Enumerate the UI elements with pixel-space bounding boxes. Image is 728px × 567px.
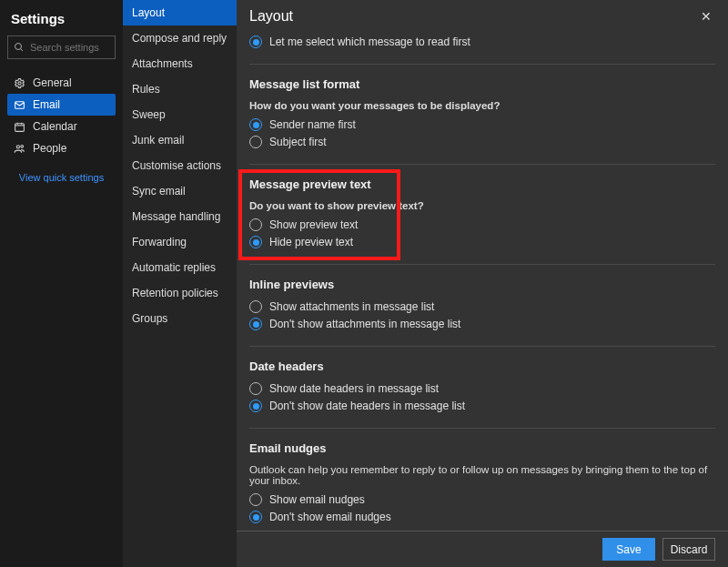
settings-app: Settings General Email [0, 0, 728, 567]
option-label: Hide preview text [269, 236, 353, 248]
section-message-list-format: Message list format How do you want your… [249, 64, 715, 164]
svg-point-2 [17, 81, 20, 84]
option-show-nudges[interactable]: Show email nudges [249, 493, 715, 506]
option-label: Show preview text [269, 218, 358, 231]
layout-settings-panel: Layout ✕ Let me select which message to … [237, 0, 728, 567]
settings-sidebar: Settings General Email [0, 0, 123, 567]
option-sender-first[interactable]: Sender name first [249, 118, 715, 131]
option-label: Don't show date headers in message list [269, 400, 465, 412]
subnav-auto-replies[interactable]: Automatic replies [123, 255, 237, 280]
subnav-customise[interactable]: Customise actions [123, 153, 237, 178]
option-show-preview[interactable]: Show preview text [249, 218, 715, 231]
radio-icon [249, 318, 262, 330]
option-subject-first[interactable]: Subject first [249, 136, 715, 148]
radio-icon [249, 35, 262, 48]
radio-icon [249, 382, 262, 395]
section-title: Message preview text [249, 177, 715, 191]
section-title: Inline previews [249, 278, 715, 291]
subnav-attachments[interactable]: Attachments [123, 51, 237, 76]
close-icon: ✕ [701, 9, 712, 24]
option-dont-show-attachments[interactable]: Don't show attachments in message list [249, 318, 715, 330]
nav-calendar[interactable]: Calendar [7, 116, 116, 137]
panel-header: Layout ✕ [237, 0, 728, 29]
nav-label: General [33, 76, 72, 89]
email-subnav: Layout Compose and reply Attachments Rul… [123, 0, 237, 567]
section-question: Outlook can help you remember to reply t… [249, 464, 715, 486]
panel-body: Let me select which message to read firs… [237, 29, 728, 567]
subnav-compose[interactable]: Compose and reply [123, 25, 237, 51]
section-title: Email nudges [249, 441, 715, 455]
svg-rect-4 [15, 123, 24, 131]
option-hide-preview[interactable]: Hide preview text [249, 236, 715, 248]
mail-icon [13, 99, 25, 111]
section-title: Message list format [249, 77, 715, 91]
gear-icon [13, 77, 25, 89]
option-dont-show-date-headers[interactable]: Don't show date headers in message list [249, 400, 715, 412]
subnav-message-handling[interactable]: Message handling [123, 204, 237, 229]
option-label: Don't show email nudges [269, 511, 391, 523]
option-show-attachments[interactable]: Show attachments in message list [249, 300, 715, 313]
svg-line-1 [21, 49, 24, 52]
section-date-headers: Date headers Show date headers in messag… [249, 346, 715, 428]
settings-title: Settings [11, 11, 116, 26]
radio-icon [249, 493, 262, 506]
close-button[interactable]: ✕ [697, 7, 715, 25]
option-label: Sender name first [269, 118, 356, 131]
panel-title: Layout [249, 8, 293, 25]
radio-icon [249, 511, 262, 523]
radio-icon [249, 400, 262, 412]
view-quick-settings-link[interactable]: View quick settings [7, 172, 116, 183]
nav-label: Calendar [33, 120, 77, 133]
option-let-me-select[interactable]: Let me select which message to read firs… [249, 35, 715, 48]
search-icon [14, 42, 25, 53]
people-icon [13, 143, 25, 155]
option-label: Show email nudges [269, 493, 365, 506]
radio-icon [249, 136, 262, 148]
option-label: Show date headers in message list [269, 382, 439, 395]
subnav-layout[interactable]: Layout [123, 0, 237, 25]
option-show-date-headers[interactable]: Show date headers in message list [249, 382, 715, 395]
section-question: Do you want to show preview text? [249, 200, 715, 211]
subnav-rules[interactable]: Rules [123, 76, 237, 102]
nav-label: Email [33, 98, 60, 111]
subnav-sweep[interactable]: Sweep [123, 102, 237, 127]
nav-people[interactable]: People [7, 137, 116, 159]
svg-point-9 [20, 145, 23, 147]
search-box[interactable] [7, 35, 116, 59]
subnav-retention[interactable]: Retention policies [123, 280, 237, 306]
option-label: Don't show attachments in message list [269, 318, 460, 330]
section-top: Let me select which message to read firs… [249, 29, 715, 64]
section-email-nudges: Email nudges Outlook can help you rememb… [249, 428, 715, 539]
section-message-preview-text: Message preview text Do you want to show… [249, 164, 715, 264]
calendar-icon [13, 121, 25, 133]
radio-icon [249, 118, 262, 131]
settings-nav: General Email Calendar People [7, 72, 116, 159]
section-inline-previews: Inline previews Show attachments in mess… [249, 264, 715, 346]
subnav-forwarding[interactable]: Forwarding [123, 229, 237, 255]
option-label: Subject first [269, 136, 327, 148]
nav-email[interactable]: Email [7, 94, 116, 116]
subnav-sync[interactable]: Sync email [123, 178, 237, 204]
nav-label: People [33, 142, 66, 155]
panel-footer: Save Discard [237, 531, 728, 567]
option-dont-show-nudges[interactable]: Don't show email nudges [249, 511, 715, 523]
option-label: Show attachments in message list [269, 300, 434, 313]
discard-button[interactable]: Discard [662, 538, 715, 561]
radio-icon [249, 236, 262, 248]
section-question: How do you want your messages to be disp… [249, 100, 715, 111]
radio-icon [249, 218, 262, 231]
svg-point-0 [15, 44, 22, 50]
section-title: Date headers [249, 359, 715, 373]
subnav-groups[interactable]: Groups [123, 306, 237, 331]
option-label: Let me select which message to read firs… [269, 35, 470, 48]
radio-icon [249, 300, 262, 313]
svg-point-8 [16, 145, 19, 147]
save-button[interactable]: Save [602, 538, 655, 561]
subnav-junk[interactable]: Junk email [123, 127, 237, 153]
nav-general[interactable]: General [7, 72, 116, 94]
